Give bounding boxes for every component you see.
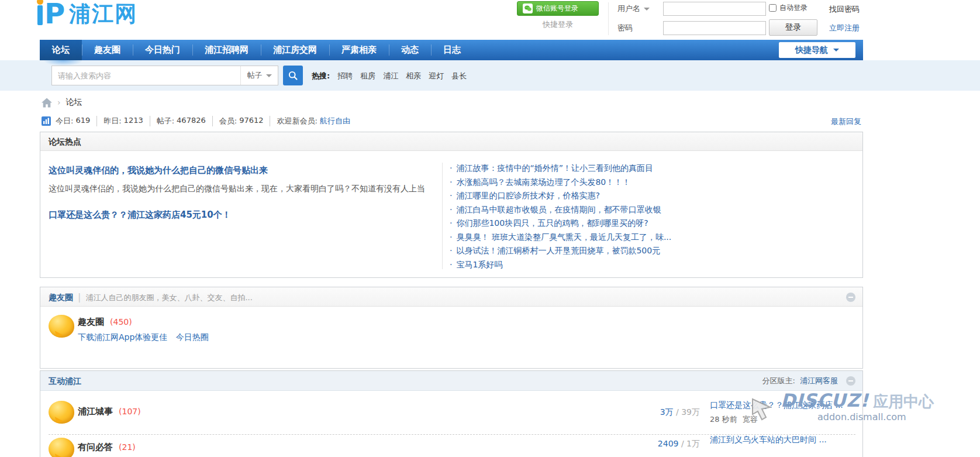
search-input[interactable]	[52, 66, 240, 85]
search-type-select[interactable]: 帖子	[240, 66, 278, 85]
stat-members: 会员:97612	[212, 116, 264, 126]
post-count: 1万	[686, 439, 700, 448]
stat-yesterday: 昨日:1213	[96, 116, 143, 126]
password-input[interactable]	[663, 21, 766, 35]
hotspot-title: 论坛热点	[40, 132, 862, 151]
board-latest: 浦江到义乌火车站的大巴时间 ...	[710, 435, 859, 445]
forum-stats: 今日:619 昨日:1213 帖子:467826 会员:97612 欢迎新会员:…	[42, 116, 350, 126]
nav-item-housing[interactable]: 浦江房交网	[261, 40, 329, 60]
quick-nav-label: 快捷导航	[795, 45, 828, 56]
section-title[interactable]: 互动浦江	[49, 376, 81, 386]
featured-thread-link[interactable]: 口罩还是这么贵？？浦江这家药店45元10个！	[49, 209, 432, 221]
featured-thread-link[interactable]: 这位叫灵魂伴侣的，我说她为什么把自己的微信号贴出来	[49, 165, 432, 176]
nav-item-hot-today[interactable]: 今日热门	[133, 40, 192, 60]
hotspot-list-item[interactable]: 浦江故事：疫情中的“婚外情”！让小三看到他的真面目	[450, 162, 671, 176]
board-bubble-icon	[49, 315, 74, 338]
board-today-count: (107)	[119, 407, 141, 416]
hotspot-list-item[interactable]: 以身试法！浦江铜桥村一人开垦荒田烧草，被罚款500元	[450, 244, 671, 258]
section-subtitle: 浦江人自己的朋友圈，美女、八卦、交友、自拍...	[85, 293, 252, 302]
hot-search-label: 热搜:	[312, 71, 330, 81]
nav-item-jobs[interactable]: 浦江招聘网	[192, 40, 261, 60]
board-row: 浦江城事 (107)	[78, 406, 141, 417]
collapse-icon[interactable]	[846, 293, 855, 302]
breadcrumb-current[interactable]: 论坛	[66, 97, 82, 108]
hotspot-list: 浦江故事：疫情中的“婚外情”！让小三看到他的真面目 水涨船高吗？去城南菜场边理了…	[450, 162, 671, 272]
post-count: 39万	[681, 407, 700, 417]
breadcrumb: › 论坛	[42, 97, 82, 108]
logo-text: 浦江网	[69, 2, 137, 26]
latest-thread-link[interactable]: 口罩还是这么贵？？浦江这家药店 ...	[710, 400, 859, 411]
site-logo[interactable]: P 浦江网	[37, 1, 137, 26]
quick-login-link[interactable]: 快捷登录	[517, 19, 599, 30]
board-bubble-icon	[49, 401, 74, 424]
nav-active-glow	[44, 60, 82, 66]
hot-search-link[interactable]: 相亲	[406, 71, 421, 81]
username-type-select[interactable]: 用户名	[617, 4, 650, 14]
thread-count[interactable]: 2409	[658, 439, 679, 448]
stats-separator: /	[681, 439, 684, 448]
username-label: 用户名	[617, 4, 640, 14]
board-name-link[interactable]: 有问必答	[78, 442, 113, 452]
auto-login-checkbox[interactable]	[769, 4, 777, 12]
hot-search: 热搜: 招聘 租房 浦江 相亲 迎灯 县长	[312, 71, 467, 81]
board-row: 有问必答 (21)	[78, 441, 136, 453]
chevron-down-icon	[644, 8, 650, 11]
latest-user-link[interactable]: 宽容	[743, 415, 758, 424]
hotspot-list-item[interactable]: 你们那些100块四只，五只的鸡鸭，都到哪里买的呀?	[450, 217, 671, 231]
thread-count[interactable]: 3万	[660, 407, 674, 417]
hotspot-list-item[interactable]: 浦江哪里的口腔诊所技术好，价格实惠?	[450, 189, 671, 203]
latest-reply-link[interactable]: 最新回复	[831, 116, 861, 127]
latest-thread-link[interactable]: 浦江到义乌火车站的大巴时间 ...	[710, 435, 859, 445]
password-label: 密码	[617, 23, 633, 33]
search-icon	[288, 70, 298, 81]
today-hot-circle-link[interactable]: 今日热圈	[176, 332, 209, 342]
find-password-link[interactable]: 找回密码	[829, 4, 860, 15]
login-button[interactable]: 登录	[769, 19, 817, 36]
app-download-link[interactable]: 下载浦江网App体验更佳	[78, 332, 167, 342]
hot-search-link[interactable]: 迎灯	[429, 71, 444, 81]
moderator-info: 分区版主: 浦江网客服	[762, 371, 838, 391]
hotspot-featured: 这位叫灵魂伴侣的，我说她为什么把自己的微信号贴出来 这位叫灵魂伴侣的，我说她为什…	[49, 165, 432, 221]
logo-p-glyph: P	[44, 1, 65, 26]
hotspot-list-item[interactable]: 臭臭臭！ 班班大道染整厂臭气熏天，最近几天复工了，味...	[450, 231, 671, 245]
wechat-icon	[523, 4, 533, 13]
nav-item-forum[interactable]: 论坛	[40, 40, 82, 60]
hot-search-link[interactable]: 招聘	[337, 71, 353, 81]
quick-nav-button[interactable]: 快捷导航	[779, 42, 855, 58]
hotspot-list-item[interactable]: 浦江白马中联超市收银员，在疫情期间，都不带口罩收银	[450, 203, 671, 217]
divider: |	[78, 291, 81, 303]
nav-item-dating[interactable]: 严肃相亲	[329, 40, 389, 60]
chevron-down-icon	[833, 49, 839, 51]
watermark-suffix: 应用中心	[873, 393, 934, 410]
nav-item-blog[interactable]: 日志	[431, 40, 473, 60]
register-link[interactable]: 立即注册	[829, 23, 860, 33]
new-member-link[interactable]: 航行自由	[320, 116, 350, 126]
moderator-link[interactable]: 浦江网客服	[800, 376, 838, 385]
logo-icon	[37, 5, 43, 25]
section-title[interactable]: 趣友圈	[49, 293, 73, 302]
board-name-link[interactable]: 浦江城事	[78, 406, 113, 417]
featured-thread-summary: 这位叫灵魂伴侣的，我说她为什么把自己的微信号贴出来，现在，大家看明白了吗？不知道…	[49, 182, 432, 195]
collapse-icon[interactable]	[846, 376, 855, 386]
home-icon[interactable]	[42, 98, 52, 108]
moderator-label: 分区版主:	[762, 376, 795, 385]
search-button[interactable]	[283, 66, 303, 85]
hotspot-list-item[interactable]: 宝马1系好吗	[450, 258, 671, 272]
hot-search-link[interactable]: 租房	[360, 71, 375, 81]
stat-posts: 帖子:467826	[150, 116, 206, 126]
wechat-login-button[interactable]: 微信账号登录	[517, 1, 599, 16]
search-type-label: 帖子	[247, 70, 263, 81]
nav-item-feed[interactable]: 动态	[389, 40, 431, 60]
username-input[interactable]	[663, 2, 766, 16]
section-header: 互动浦江 分区版主: 浦江网客服	[40, 371, 862, 391]
board-stats: 2409 / 1万	[618, 439, 700, 449]
hot-search-link[interactable]: 县长	[451, 71, 467, 81]
board-stats: 3万 / 39万	[618, 407, 700, 418]
hotspot-list-item[interactable]: 水涨船高吗？去城南菜场边理了个头发80！！！	[450, 176, 671, 190]
hot-search-link[interactable]: 浦江	[383, 71, 398, 81]
latest-meta: 28 秒前 宽容	[710, 414, 859, 425]
board-name-link[interactable]: 趣友圈	[78, 317, 104, 327]
nav-item-quyouquan[interactable]: 趣友圈	[82, 40, 133, 60]
auto-login[interactable]: 自动登录	[769, 3, 808, 13]
board-today-count: (21)	[119, 442, 136, 452]
